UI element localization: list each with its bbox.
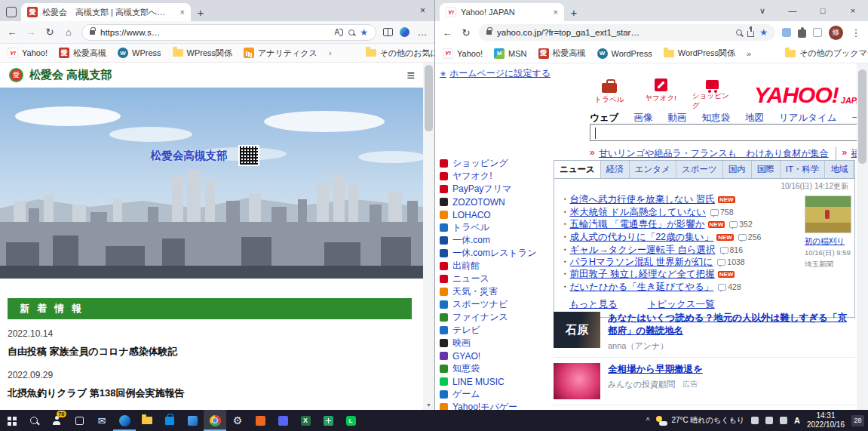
extension-icon[interactable] — [813, 28, 822, 37]
edge-active-tab[interactable]: 愛 松愛会 高槻支部 | 高槻支部へ… × — [21, 3, 191, 21]
news-tab-it-science[interactable]: IT・科学 — [781, 161, 826, 178]
comment-count[interactable]: 1038 — [716, 257, 744, 266]
edge-window-close-icon[interactable]: × — [420, 5, 425, 16]
tab-chiebukuro[interactable]: 知恵袋 — [701, 112, 730, 125]
comment-count[interactable]: 256 — [738, 232, 762, 242]
sidebar-item-gyao[interactable]: GYAO! — [440, 349, 553, 362]
tab-realtime[interactable]: リアルタイム — [779, 112, 837, 125]
favorites-overflow-icon[interactable]: › — [329, 48, 332, 57]
sidebar-item-movies[interactable]: 映画 — [440, 337, 553, 349]
new-tab-button[interactable]: + — [191, 3, 210, 21]
sidebar-item-travel[interactable]: トラベル — [440, 221, 553, 234]
back-button[interactable]: ← — [441, 27, 453, 38]
sidebar-item-lohaco[interactable]: LOHACO — [440, 208, 553, 221]
scrollbar-thumb[interactable] — [425, 65, 433, 131]
weather-widget[interactable]: 27°C 晴れのちくもり — [656, 415, 744, 426]
refresh-button[interactable]: ↻ — [460, 27, 472, 38]
home-button[interactable]: ⌂ — [63, 26, 75, 38]
extension-icon[interactable] — [782, 28, 791, 37]
other-bookmarks[interactable]: その他のブックマーク — [785, 48, 868, 59]
favorite-wpress[interactable]: W WPress — [118, 48, 161, 58]
feed-item[interactable]: 全相場から早期撤退を みんなの投資顧問広告 — [554, 357, 855, 405]
scrollbar-down-icon[interactable]: ▾ — [423, 400, 434, 410]
sheets-app-button[interactable] — [317, 410, 339, 431]
feed-item[interactable]: 江川紹子さん、玉川徹さん降板報道に「なぜ『国葬』と『電通』が絡むと、こんなおかし… — [554, 405, 855, 410]
headline-link[interactable]: 成人式の代わりに「22歳の集い」 — [570, 232, 714, 242]
promo-link[interactable]: 甘いリンゴや絶品ラ・フランスも わけあり食材が集合 — [590, 147, 829, 160]
back-button[interactable]: ← — [6, 26, 18, 38]
close-icon[interactable]: × — [838, 6, 868, 15]
tab-web[interactable]: ウェブ — [590, 112, 618, 125]
news-tab-region[interactable]: 地域 — [825, 161, 854, 178]
maximize-icon[interactable]: □ — [808, 6, 838, 15]
minimize-icon[interactable]: — — [778, 6, 808, 15]
feed-thumbnail[interactable]: 石原 — [554, 312, 600, 348]
bookmark-shoai[interactable]: 愛 松愛高槻 — [538, 48, 586, 59]
favorite-shoai[interactable]: 愛 松愛高槻 — [59, 48, 106, 59]
tray-icon[interactable] — [780, 417, 787, 424]
news-tab-news[interactable]: ニュース — [554, 161, 601, 178]
new-tab-button[interactable]: + — [564, 3, 584, 21]
sidebar-item-auction[interactable]: ヤフオク! — [440, 170, 553, 183]
comment-count[interactable]: 758 — [710, 208, 734, 217]
profile-avatar[interactable]: 修 — [829, 26, 843, 40]
feed-item[interactable]: 石原 あなたはいくつ読める？地元の人以外は難しすぎる「京都府」の難読地名 ann… — [554, 306, 855, 357]
comment-count[interactable]: 816 — [719, 245, 744, 254]
sidebar-item-paypay-flea[interactable]: PayPayフリマ — [440, 183, 553, 195]
news-link[interactable]: 自由投稿 家族全員のコロナ感染体験記 — [8, 345, 412, 359]
topic-photo-thumbnail[interactable] — [805, 195, 851, 233]
news-tab-economy[interactable]: 経済 — [601, 161, 630, 178]
chrome-active-tab[interactable]: Y! Yahoo! JAPAN × — [440, 3, 564, 21]
news-tab-sports[interactable]: スポーツ — [676, 161, 723, 178]
favorite-star-icon[interactable]: ★ — [360, 27, 368, 38]
sidebar-item-zozotown[interactable]: ZOZOTOWN — [440, 195, 553, 208]
sidebar-item-ikyu-restaurant[interactable]: 一休.comレストラン — [440, 247, 553, 260]
hidden-icons-chevron[interactable]: ^ — [646, 417, 650, 425]
photos-app-button[interactable] — [181, 410, 204, 431]
search-input[interactable] — [590, 124, 868, 141]
search-icon[interactable] — [348, 29, 354, 35]
sidebar-item-finance[interactable]: ファイナンス — [440, 311, 553, 324]
headline-link[interactable]: だいたひかる「生き延びてやる」 — [570, 282, 714, 292]
sidebar-item-mobage[interactable]: Yahoo!モバゲー — [440, 401, 553, 410]
settings-app-button[interactable]: ⚙ — [226, 410, 249, 431]
people-button[interactable]: 70 — [45, 410, 68, 431]
read-aloud-icon[interactable]: A — [335, 28, 344, 36]
folder-app-button[interactable] — [249, 410, 271, 431]
tray-icon[interactable] — [751, 417, 759, 424]
tab-close-icon[interactable]: × — [554, 8, 558, 17]
sidebar-item-shopping[interactable]: ショッピング — [440, 157, 553, 170]
chat-app-button[interactable] — [271, 410, 294, 431]
excel-app-button[interactable]: X — [294, 410, 317, 431]
headline-link[interactable]: ギャル→タクシー運転手 自ら選択 — [570, 245, 716, 255]
site-news-item[interactable]: 2022.09.29 北摂魚釣りクラブ 第138回例会実施報告 — [8, 370, 412, 400]
feed-title-link[interactable]: あなたはいくつ読める？地元の人以外は難しすぎる「京都府」の難読地名 — [608, 312, 855, 337]
mail-app-button[interactable]: ✉ — [90, 410, 113, 431]
yahoo-japan-logo[interactable]: YAHOO! JAPAN — [754, 85, 868, 105]
feed-thumbnail[interactable] — [554, 363, 600, 399]
line-app-button[interactable]: L — [339, 410, 362, 431]
store-app-button[interactable] — [158, 410, 181, 431]
tab-actions-menu-icon[interactable] — [6, 7, 17, 17]
bookmark-msn[interactable]: M MSN — [494, 48, 526, 59]
site-brand-title[interactable]: 松愛会 高槻支部 — [29, 68, 112, 82]
chrome-app-button[interactable] — [204, 410, 226, 431]
edge-address-bar[interactable]: https://www.s… A ★ — [81, 24, 376, 41]
ime-indicator[interactable]: A — [794, 416, 800, 425]
edge-app-button[interactable] — [113, 410, 136, 431]
comment-count[interactable]: 352 — [728, 220, 753, 229]
tab-close-icon[interactable]: × — [180, 8, 185, 17]
comment-count[interactable]: 428 — [717, 282, 741, 291]
refresh-button[interactable]: ↻ — [44, 26, 56, 38]
set-homepage-link[interactable]: ★ ホームページに設定する — [440, 67, 551, 80]
bookmark-star-icon[interactable]: ★ — [759, 27, 768, 38]
copilot-icon[interactable] — [400, 27, 409, 37]
more-menu-icon[interactable]: ⋮ — [850, 27, 862, 38]
tab-search-icon[interactable]: ∨ — [747, 6, 778, 16]
quick-link-travel[interactable]: トラベル — [590, 79, 629, 105]
sidebar-item-news[interactable]: ニュース — [440, 272, 553, 285]
file-explorer-button[interactable] — [136, 410, 158, 431]
bookmark-wordpress[interactable]: W WordPress — [597, 48, 652, 59]
sidebar-item-tv[interactable]: テレビ — [440, 324, 553, 337]
more-menu-icon[interactable]: … — [416, 26, 428, 38]
